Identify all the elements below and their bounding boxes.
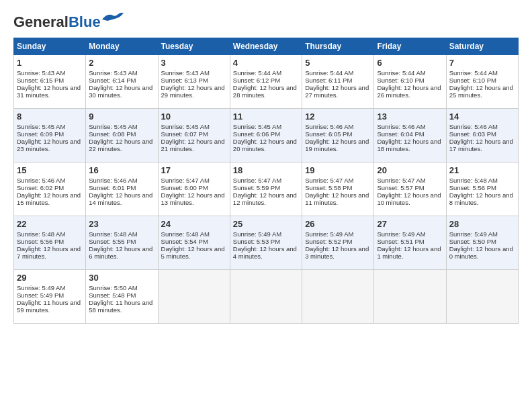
calendar-cell: 26Sunrise: 5:49 AMSunset: 5:52 PMDayligh… — [302, 216, 374, 270]
daylight: Daylight: 12 hours and 31 minutes. — [17, 84, 81, 99]
sunset: Sunset: 6:13 PM — [161, 77, 208, 84]
col-header-tuesday: Tuesday — [158, 38, 230, 55]
day-number: 4 — [233, 58, 299, 68]
sunrise: Sunrise: 5:43 AM — [17, 69, 65, 77]
daylight: Daylight: 12 hours and 13 minutes. — [161, 191, 225, 206]
calendar-cell: 30Sunrise: 5:50 AMSunset: 5:48 PMDayligh… — [86, 270, 158, 324]
calendar-cell: 12Sunrise: 5:46 AMSunset: 6:05 PMDayligh… — [302, 109, 374, 163]
daylight: Daylight: 12 hours and 22 minutes. — [89, 138, 152, 152]
daylight: Daylight: 11 hours and 58 minutes. — [89, 299, 152, 314]
day-number: 28 — [449, 219, 515, 229]
daylight: Daylight: 12 hours and 15 minutes. — [17, 191, 81, 206]
day-number: 19 — [305, 165, 371, 175]
day-number: 25 — [233, 219, 299, 229]
sunset: Sunset: 6:00 PM — [161, 184, 208, 191]
calendar-cell: 24Sunrise: 5:48 AMSunset: 5:54 PMDayligh… — [158, 216, 230, 270]
calendar-cell: 27Sunrise: 5:49 AMSunset: 5:51 PMDayligh… — [374, 216, 446, 270]
calendar-cell: 21Sunrise: 5:48 AMSunset: 5:56 PMDayligh… — [446, 163, 518, 216]
sunrise: Sunrise: 5:49 AM — [377, 230, 425, 238]
calendar-cell: 1Sunrise: 5:43 AMSunset: 6:15 PMDaylight… — [14, 55, 86, 109]
daylight: Daylight: 12 hours and 26 minutes. — [377, 84, 441, 99]
day-number: 14 — [449, 111, 515, 122]
calendar-cell: 19Sunrise: 5:47 AMSunset: 5:58 PMDayligh… — [302, 163, 374, 216]
day-number: 17 — [161, 165, 227, 175]
day-number: 8 — [17, 111, 83, 122]
sunset: Sunset: 5:53 PM — [233, 238, 280, 245]
sunrise: Sunrise: 5:50 AM — [89, 284, 137, 291]
sunset: Sunset: 6:12 PM — [233, 77, 280, 84]
sunset: Sunset: 6:10 PM — [377, 77, 424, 84]
sunrise: Sunrise: 5:46 AM — [305, 123, 353, 130]
day-number: 24 — [161, 219, 227, 229]
sunrise: Sunrise: 5:46 AM — [449, 123, 498, 130]
sunset: Sunset: 5:54 PM — [161, 238, 208, 245]
day-number: 11 — [233, 111, 299, 122]
daylight: Daylight: 12 hours and 23 minutes. — [17, 138, 81, 152]
daylight: Daylight: 12 hours and 10 minutes. — [377, 191, 441, 206]
week-row-1: 1Sunrise: 5:43 AMSunset: 6:15 PMDaylight… — [14, 55, 519, 109]
daylight: Daylight: 12 hours and 25 minutes. — [449, 84, 513, 99]
day-number: 3 — [161, 58, 227, 68]
daylight: Daylight: 12 hours and 27 minutes. — [305, 84, 369, 99]
day-number: 18 — [233, 165, 299, 175]
sunset: Sunset: 6:01 PM — [89, 184, 136, 191]
calendar-cell — [374, 270, 446, 324]
sunrise: Sunrise: 5:47 AM — [233, 177, 281, 184]
sunset: Sunset: 5:56 PM — [17, 238, 64, 245]
daylight: Daylight: 12 hours and 5 minutes. — [161, 245, 225, 260]
daylight: Daylight: 12 hours and 7 minutes. — [17, 245, 81, 260]
sunset: Sunset: 6:02 PM — [17, 184, 64, 191]
day-number: 10 — [161, 111, 227, 122]
sunrise: Sunrise: 5:44 AM — [377, 69, 425, 77]
header-row: SundayMondayTuesdayWednesdayThursdayFrid… — [14, 38, 519, 55]
day-number: 13 — [377, 111, 443, 122]
daylight: Daylight: 12 hours and 17 minutes. — [449, 138, 513, 152]
daylight: Daylight: 12 hours and 14 minutes. — [89, 191, 152, 206]
calendar-cell: 2Sunrise: 5:43 AMSunset: 6:14 PMDaylight… — [86, 55, 158, 109]
sunrise: Sunrise: 5:49 AM — [305, 230, 353, 238]
sunset: Sunset: 5:52 PM — [305, 238, 352, 245]
sunrise: Sunrise: 5:45 AM — [233, 123, 281, 130]
calendar-cell: 23Sunrise: 5:48 AMSunset: 5:55 PMDayligh… — [86, 216, 158, 270]
sunrise: Sunrise: 5:46 AM — [89, 177, 137, 184]
daylight: Daylight: 12 hours and 21 minutes. — [161, 138, 225, 152]
calendar-cell — [302, 270, 374, 324]
daylight: Daylight: 12 hours and 12 minutes. — [233, 191, 297, 206]
calendar-cell: 20Sunrise: 5:47 AMSunset: 5:57 PMDayligh… — [374, 163, 446, 216]
calendar-cell: 15Sunrise: 5:46 AMSunset: 6:02 PMDayligh… — [14, 163, 86, 216]
sunrise: Sunrise: 5:45 AM — [161, 123, 210, 130]
col-header-wednesday: Wednesday — [230, 38, 302, 55]
sunset: Sunset: 6:05 PM — [305, 130, 352, 138]
calendar-cell: 7Sunrise: 5:44 AMSunset: 6:10 PMDaylight… — [446, 55, 518, 109]
sunset: Sunset: 5:51 PM — [377, 238, 424, 245]
sunrise: Sunrise: 5:43 AM — [161, 69, 210, 77]
day-number: 15 — [17, 165, 83, 175]
sunset: Sunset: 6:07 PM — [161, 130, 208, 138]
day-number: 21 — [449, 165, 515, 175]
week-row-4: 22Sunrise: 5:48 AMSunset: 5:56 PMDayligh… — [14, 216, 519, 270]
daylight: Daylight: 12 hours and 1 minute. — [377, 245, 441, 260]
day-number: 23 — [89, 219, 154, 229]
sunrise: Sunrise: 5:47 AM — [305, 177, 353, 184]
sunrise: Sunrise: 5:49 AM — [233, 230, 281, 238]
sunrise: Sunrise: 5:48 AM — [161, 230, 210, 238]
calendar-cell: 9Sunrise: 5:45 AMSunset: 6:08 PMDaylight… — [86, 109, 158, 163]
sunrise: Sunrise: 5:44 AM — [449, 69, 498, 77]
week-row-5: 29Sunrise: 5:49 AMSunset: 5:49 PMDayligh… — [14, 270, 519, 324]
calendar-cell: 29Sunrise: 5:49 AMSunset: 5:49 PMDayligh… — [14, 270, 86, 324]
daylight: Daylight: 12 hours and 29 minutes. — [161, 84, 225, 99]
daylight: Daylight: 12 hours and 28 minutes. — [233, 84, 297, 99]
daylight: Daylight: 12 hours and 30 minutes. — [89, 84, 152, 99]
week-row-3: 15Sunrise: 5:46 AMSunset: 6:02 PMDayligh… — [14, 163, 519, 216]
sunset: Sunset: 6:10 PM — [449, 77, 496, 84]
calendar-cell: 13Sunrise: 5:46 AMSunset: 6:04 PMDayligh… — [374, 109, 446, 163]
sunset: Sunset: 5:50 PM — [449, 238, 496, 245]
col-header-monday: Monday — [86, 38, 158, 55]
calendar-cell: 17Sunrise: 5:47 AMSunset: 6:00 PMDayligh… — [158, 163, 230, 216]
sunset: Sunset: 6:06 PM — [233, 130, 280, 138]
day-number: 20 — [377, 165, 443, 175]
day-number: 30 — [89, 273, 154, 283]
sunset: Sunset: 5:49 PM — [17, 291, 64, 299]
sunset: Sunset: 6:11 PM — [305, 77, 352, 84]
sunrise: Sunrise: 5:46 AM — [377, 123, 425, 130]
